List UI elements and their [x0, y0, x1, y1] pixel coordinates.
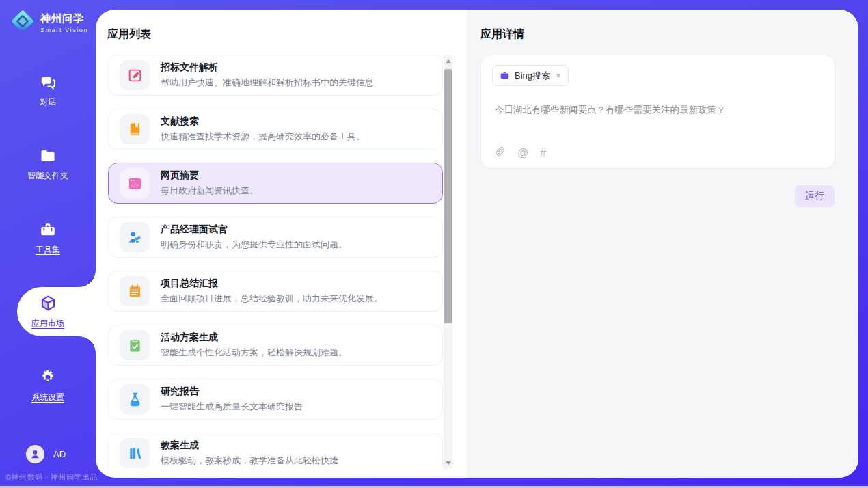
cube-icon — [39, 294, 57, 312]
attachment-button[interactable]: # — [540, 147, 546, 159]
sidebar-nav-label: 应用市场 — [31, 318, 64, 329]
pen-square-icon — [120, 60, 150, 90]
sidebar-nav-item[interactable]: 对话 — [0, 66, 96, 115]
hash-icon: # — [540, 147, 546, 159]
attachment-button[interactable] — [494, 146, 506, 160]
tag-close-icon[interactable]: × — [556, 70, 561, 81]
app-card[interactable]: 教案生成 模板驱动，教案秒成，教学准备从此轻松快捷 — [108, 433, 443, 469]
triangle-down-icon — [446, 461, 451, 465]
app-description: 每日政府新闻资讯快查。 — [161, 185, 258, 197]
paperclip-icon — [494, 146, 506, 160]
app-card[interactable]: </> 网页摘要 每日政府新闻资讯快查。 — [108, 163, 443, 204]
tool-tag-bing-search[interactable]: Bing搜索 × — [492, 65, 569, 86]
toolbox-icon — [39, 221, 57, 239]
prompt-input[interactable]: 今日湖北有哪些新闻要点？有哪些需要关注的最新政策？ — [495, 103, 821, 117]
gear-icon — [39, 368, 57, 386]
research-icon — [120, 384, 150, 414]
app-description: 模板驱动，教案秒成，教学准备从此轻松快捷 — [161, 455, 338, 467]
logo-title: 神州问学 — [40, 12, 88, 25]
user-account[interactable]: AD — [26, 445, 66, 463]
folder-icon — [39, 147, 57, 165]
books-icon — [120, 438, 150, 468]
app-name: 研究报告 — [161, 386, 303, 396]
app-card[interactable]: 产品经理面试官 明确身份和职责，为您提供专业性的面试问题。 — [108, 217, 443, 258]
app-card[interactable]: 项目总结汇报 全面回顾项目进展，总结经验教训，助力未来优化发展。 — [108, 271, 443, 312]
person-icon — [29, 448, 41, 460]
at-sign-icon: @ — [517, 147, 528, 159]
interviewer-icon — [120, 222, 150, 252]
app-description: 智能生成个性化活动方案，轻松解决规划难题。 — [161, 347, 347, 359]
app-card[interactable]: 研究报告 一键智能生成高质量长文本研究报告 — [108, 379, 443, 420]
logo-diamond-icon — [10, 8, 36, 37]
app-logo: 神州问学 Smart Vision — [10, 8, 88, 37]
sidebar-nav-item[interactable]: 智能文件夹 — [0, 139, 96, 189]
sidebar-nav-label: 对话 — [40, 96, 56, 108]
sidebar-nav-item[interactable]: 应用市场 — [0, 287, 96, 336]
app-name: 产品经理面试官 — [161, 224, 347, 234]
scroll-up-button[interactable] — [444, 56, 452, 66]
attachment-button[interactable]: @ — [517, 147, 528, 159]
app-list: 招标文件解析 帮助用户快速、准确地理解和解析招标书中的关键信息 文献搜索 快速精… — [108, 55, 443, 469]
app-list-title: 应用列表 — [107, 27, 151, 42]
app-description: 一键智能生成高质量长文本研究报告 — [161, 401, 303, 413]
copyright-footer: ©神州数码 · 神州问学出品 — [5, 472, 98, 483]
sidebar-nav: 对话 智能文件夹 工具集 应用市场 系统设置 — [0, 66, 96, 410]
user-avatar — [26, 445, 44, 463]
user-initials: AD — [53, 449, 66, 459]
app-detail-title: 应用详情 — [480, 27, 524, 42]
book-icon — [120, 114, 150, 144]
run-button[interactable]: 运行 — [795, 185, 835, 207]
main-content: 应用列表 招标文件解析 帮助用户快速、准确地理解和解析招标书中的关键信息 文献搜… — [96, 10, 858, 478]
attachment-toolbar: @ # — [494, 146, 546, 160]
sidebar-nav-label: 工具集 — [36, 244, 60, 256]
scroll-down-button[interactable] — [444, 458, 452, 467]
app-name: 项目总结汇报 — [161, 278, 383, 288]
tool-tag-label: Bing搜索 — [515, 70, 550, 82]
app-description: 明确身份和职责，为您提供专业性的面试问题。 — [161, 239, 347, 251]
svg-text:</>: </> — [131, 182, 138, 187]
app-list-scrollbar[interactable] — [444, 55, 452, 469]
app-name: 网页摘要 — [161, 170, 258, 180]
app-description: 快速精准查找学术资源，提高研究效率的必备工具。 — [161, 131, 365, 143]
briefcase-icon — [500, 70, 510, 81]
app-card[interactable]: 文献搜索 快速精准查找学术资源，提高研究效率的必备工具。 — [108, 109, 443, 150]
app-name: 文献搜索 — [161, 116, 365, 126]
browser-code-icon: </> — [120, 168, 150, 198]
report-note-icon — [120, 276, 150, 306]
app-name: 活动方案生成 — [161, 332, 347, 342]
sidebar-nav-item[interactable]: 系统设置 — [0, 361, 96, 410]
clipboard-check-icon — [120, 330, 150, 360]
app-name: 教案生成 — [161, 440, 338, 450]
logo-subtitle: Smart Vision — [40, 27, 88, 33]
sidebar-nav-label: 智能文件夹 — [27, 170, 68, 182]
sidebar-nav-label: 系统设置 — [31, 392, 64, 403]
triangle-up-icon — [446, 59, 451, 63]
scrollbar-thumb[interactable] — [444, 69, 452, 323]
sidebar: 神州问学 Smart Vision 对话 智能文件夹 工具集 应用市场 — [0, 0, 96, 488]
app-card[interactable]: 活动方案生成 智能生成个性化活动方案，轻松解决规划难题。 — [108, 325, 443, 366]
app-description: 全面回顾项目进展，总结经验教训，助力未来优化发展。 — [161, 293, 383, 305]
sidebar-nav-item[interactable]: 工具集 — [0, 213, 96, 262]
chat-icon — [39, 73, 57, 91]
app-description: 帮助用户快速、准确地理解和解析招标书中的关键信息 — [161, 77, 374, 89]
app-card[interactable]: 招标文件解析 帮助用户快速、准确地理解和解析招标书中的关键信息 — [108, 55, 443, 96]
prompt-card: Bing搜索 × 今日湖北有哪些新闻要点？有哪些需要关注的最新政策？ @ # — [480, 55, 835, 169]
app-name: 招标文件解析 — [161, 62, 374, 72]
